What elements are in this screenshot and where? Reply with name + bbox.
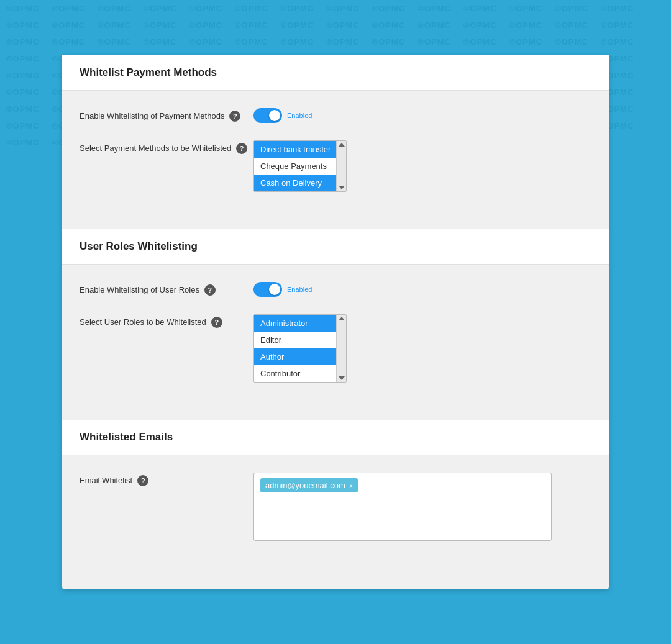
main-card: Whitelist Payment Methods Enable Whiteli… [62, 55, 609, 589]
watermark-item: ©OPMC [46, 17, 92, 34]
help-icon-email[interactable]: ? [137, 475, 148, 486]
watermark-item: ©OPMC [549, 0, 595, 17]
watermark-item: ©OPMC [595, 34, 641, 50]
field-row-select-payment: Select Payment Methods to be Whitelisted… [80, 140, 591, 192]
watermark-item: ©OPMC [137, 34, 183, 50]
label-enable-roles: Enable Whitelisting of User Roles [80, 284, 199, 296]
section-user-roles: User Roles Whitelisting Enable Whitelist… [62, 229, 609, 405]
help-icon-enable-payment[interactable]: ? [229, 111, 240, 122]
watermark-item: ©OPMC [457, 17, 503, 34]
watermark-item: ©OPMC [183, 0, 229, 17]
section-body-payment: Enable Whitelisting of Payment Methods ?… [62, 91, 609, 214]
watermark-item: ©OPMC [0, 134, 46, 151]
toggle-label-roles: Enabled [287, 286, 312, 293]
listbox-item-editor[interactable]: Editor [254, 332, 336, 348]
listbox-item-administrator[interactable]: Administrator [254, 315, 336, 332]
listbox-item-cash-delivery[interactable]: Cash on Delivery [254, 175, 336, 191]
listbox-scrollbar-payment [336, 141, 346, 191]
email-tag-remove-admin[interactable]: x [349, 481, 354, 490]
email-tag-text: admin@youemail.com [265, 481, 345, 490]
scroll-arrow-up-roles[interactable] [339, 317, 345, 320]
watermark-item: ©OPMC [91, 34, 137, 50]
watermark-item: ©OPMC [0, 50, 46, 67]
section-title-emails: Whitelisted Emails [80, 431, 173, 443]
help-icon-select-roles[interactable]: ? [211, 317, 222, 328]
toggle-label-payment: Enabled [287, 112, 312, 119]
listbox-payment: Direct bank transfer Cheque Payments Cas… [253, 140, 347, 192]
watermark-item: ©OPMC [229, 0, 275, 17]
field-row-select-roles: Select User Roles to be Whitelisted ? Ad… [80, 314, 591, 383]
watermark-item: ©OPMC [503, 34, 549, 50]
label-wrap-enable-payment: Enable Whitelisting of Payment Methods ? [80, 108, 253, 122]
watermark-item: ©OPMC [183, 34, 229, 50]
section-title-payment: Whitelist Payment Methods [80, 66, 217, 78]
section-body-roles: Enable Whitelisting of User Roles ? Enab… [62, 265, 609, 405]
label-wrap-select-payment: Select Payment Methods to be Whitelisted… [80, 140, 253, 154]
watermark-item: ©OPMC [366, 0, 412, 17]
divider-1 [62, 214, 609, 229]
watermark-item: ©OPMC [46, 34, 92, 50]
watermark-item: ©OPMC [457, 34, 503, 50]
field-row-enable-payment: Enable Whitelisting of Payment Methods ?… [80, 108, 591, 123]
watermark-item: ©OPMC [366, 17, 412, 34]
listbox-item-author[interactable]: Author [254, 348, 336, 365]
section-title-roles: User Roles Whitelisting [80, 240, 198, 252]
email-tag-admin: admin@youemail.com x [260, 478, 358, 492]
watermark-item: ©OPMC [503, 17, 549, 34]
watermark-item: ©OPMC [595, 0, 641, 17]
scroll-arrow-up-payment[interactable] [339, 143, 345, 147]
field-row-enable-roles: Enable Whitelisting of User Roles ? Enab… [80, 282, 591, 297]
watermark-item: ©OPMC [137, 17, 183, 34]
watermark-item: ©OPMC [366, 34, 412, 50]
label-email: Email Whitelist [80, 475, 132, 486]
watermark-item: ©OPMC [229, 17, 275, 34]
listbox-roles: Administrator Editor Author Contributor [253, 314, 347, 383]
section-header-payment: Whitelist Payment Methods [62, 55, 609, 91]
section-header-emails: Whitelisted Emails [62, 420, 609, 455]
label-wrap-enable-roles: Enable Whitelisting of User Roles ? [80, 282, 253, 296]
listbox-item-direct-bank[interactable]: Direct bank transfer [254, 141, 336, 158]
watermark-item: ©OPMC [411, 17, 457, 34]
toggle-wrap-payment: Enabled [253, 108, 312, 123]
watermark-item: ©OPMC [275, 34, 321, 50]
toggle-wrap-roles: Enabled [253, 282, 312, 297]
watermark-item: ©OPMC [320, 17, 366, 34]
watermark-item: ©OPMC [275, 0, 321, 17]
watermark-item: ©OPMC [549, 34, 595, 50]
listbox-scrollbar-roles [336, 315, 346, 382]
watermark-item: ©OPMC [457, 0, 503, 17]
watermark-item: ©OPMC [0, 84, 46, 101]
label-select-roles: Select User Roles to be Whitelisted [80, 317, 206, 328]
watermark-item: ©OPMC [91, 0, 137, 17]
help-icon-enable-roles[interactable]: ? [204, 284, 216, 296]
watermark-item: ©OPMC [91, 17, 137, 34]
label-select-payment: Select Payment Methods to be Whitelisted [80, 143, 231, 154]
listbox-item-contributor[interactable]: Contributor [254, 365, 336, 382]
watermark-item: ©OPMC [411, 0, 457, 17]
label-enable-payment: Enable Whitelisting of Payment Methods [80, 111, 224, 122]
toggle-enable-payment[interactable] [253, 108, 282, 123]
listbox-item-cheque[interactable]: Cheque Payments [254, 158, 336, 175]
watermark-item: ©OPMC [0, 101, 46, 117]
section-whitelist-payment: Whitelist Payment Methods Enable Whiteli… [62, 55, 609, 214]
section-header-roles: User Roles Whitelisting [62, 229, 609, 265]
watermark-item: ©OPMC [183, 17, 229, 34]
email-tag-input[interactable]: admin@youemail.com x [253, 473, 552, 541]
watermark-item: ©OPMC [411, 34, 457, 50]
watermark-item: ©OPMC [0, 67, 46, 84]
toggle-slider-roles [253, 282, 282, 297]
watermark-item: ©OPMC [595, 17, 641, 34]
field-row-email: Email Whitelist ? admin@youemail.com x [80, 473, 591, 541]
toggle-enable-roles[interactable] [253, 282, 282, 297]
listbox-items-roles: Administrator Editor Author Contributor [254, 315, 336, 382]
watermark-item: ©OPMC [46, 0, 92, 17]
section-body-emails: Email Whitelist ? admin@youemail.com x [62, 455, 609, 563]
scroll-arrow-down-payment[interactable] [339, 186, 345, 189]
watermark-item: ©OPMC [275, 17, 321, 34]
watermark-item: ©OPMC [0, 0, 46, 17]
scroll-arrow-down-roles[interactable] [339, 376, 345, 380]
label-wrap-email: Email Whitelist ? [80, 473, 253, 486]
help-icon-select-payment[interactable]: ? [236, 143, 247, 154]
section-emails: Whitelisted Emails Email Whitelist ? adm… [62, 420, 609, 563]
watermark-item: ©OPMC [137, 0, 183, 17]
